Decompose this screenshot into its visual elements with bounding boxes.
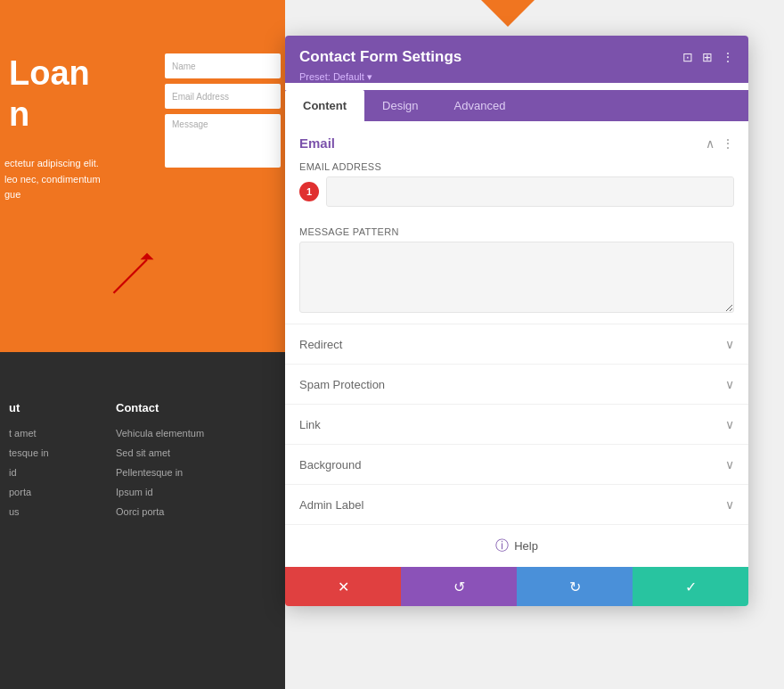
link-chevron: ∨: [725, 417, 734, 431]
tab-design[interactable]: Design: [364, 90, 436, 121]
section-header-icons: ∧ ⋮: [706, 136, 734, 151]
link-section[interactable]: Link ∨: [285, 404, 748, 444]
email-section-title: Email: [299, 135, 335, 151]
field-badge-1: 1: [299, 182, 319, 201]
modal-body: Email ∧ ⋮ Email Address 1 Message Patter…: [285, 121, 748, 567]
spam-protection-chevron: ∨: [725, 377, 734, 391]
section-more-icon[interactable]: ⋮: [722, 136, 734, 151]
spam-protection-section[interactable]: Spam Protection ∨: [285, 364, 748, 404]
svg-line-0: [114, 259, 148, 293]
redirect-label: Redirect: [299, 338, 342, 351]
spam-protection-label: Spam Protection: [299, 378, 385, 391]
more-options-icon[interactable]: ⋮: [722, 50, 734, 64]
message-pattern-section: Message Pattern: [285, 226, 748, 324]
columns-icon[interactable]: ⊞: [702, 50, 713, 64]
undo-button[interactable]: ↺: [401, 567, 517, 606]
message-pattern-label: Message Pattern: [299, 226, 734, 237]
hero-section: Loan n ectetur adipiscing elit. leo nec,…: [0, 0, 285, 352]
admin-label-section[interactable]: Admin Label ∨: [285, 484, 748, 524]
form-preview-name: Name: [165, 53, 281, 78]
contact-form-settings-modal: Contact Form Settings ⊡ ⊞ ⋮ Preset: Defa…: [285, 36, 748, 606]
modal-tabs: Content Design Advanced: [285, 90, 748, 121]
background-label: Background: [299, 458, 361, 472]
email-section-header: Email ∧ ⋮: [285, 121, 748, 161]
redirect-section[interactable]: Redirect ∨: [285, 324, 748, 364]
link-label: Link: [299, 418, 321, 431]
form-preview: Name Email Address Message: [165, 53, 281, 168]
arrow-indicator: [107, 250, 160, 303]
hero-body: ectetur adipiscing elit. leo nec, condim…: [4, 156, 101, 203]
redirect-chevron: ∨: [725, 337, 734, 351]
modal-header-icons: ⊡ ⊞ ⋮: [682, 50, 734, 64]
admin-label-label: Admin Label: [299, 498, 363, 512]
help-section[interactable]: ⓘ Help: [285, 524, 748, 567]
help-label: Help: [514, 539, 538, 553]
form-preview-message: Message: [165, 114, 281, 168]
svg-marker-1: [141, 253, 154, 260]
orange-triangle: [481, 0, 535, 27]
footer-col-right: Contact Vehicula elementum Sed sit amet …: [116, 397, 204, 521]
save-button[interactable]: ✓: [633, 567, 748, 606]
tab-content[interactable]: Content: [285, 90, 364, 121]
admin-label-chevron: ∨: [725, 497, 734, 512]
form-preview-email: Email Address: [165, 84, 281, 109]
email-address-label: Email Address: [299, 161, 734, 172]
modal-header-top: Contact Form Settings ⊡ ⊞ ⋮: [299, 48, 734, 66]
help-icon: ⓘ: [495, 537, 509, 554]
message-pattern-textarea[interactable]: [299, 242, 734, 313]
background-section[interactable]: Background ∨: [285, 444, 748, 484]
email-address-row: 1: [299, 176, 734, 207]
collapse-icon[interactable]: ∧: [706, 136, 715, 151]
responsive-icon[interactable]: ⊡: [682, 50, 693, 64]
email-address-section: Email Address 1: [285, 161, 748, 226]
tab-advanced[interactable]: Advanced: [437, 90, 524, 121]
cancel-button[interactable]: ✕: [285, 567, 401, 606]
hero-title: Loan n: [9, 53, 90, 135]
modal-title: Contact Form Settings: [299, 48, 461, 66]
action-bar: ✕ ↺ ↻ ✓: [285, 567, 748, 606]
background-chevron: ∨: [725, 457, 734, 472]
modal-header: Contact Form Settings ⊡ ⊞ ⋮ Preset: Defa…: [285, 36, 748, 83]
footer-col-left: ut t amet tesque in id porta us: [9, 397, 49, 521]
modal-preset[interactable]: Preset: Default ▾: [299, 71, 734, 83]
email-address-input[interactable]: [326, 176, 734, 207]
redo-button[interactable]: ↻: [517, 567, 633, 606]
footer-section: ut t amet tesque in id porta us Contact …: [0, 352, 285, 689]
